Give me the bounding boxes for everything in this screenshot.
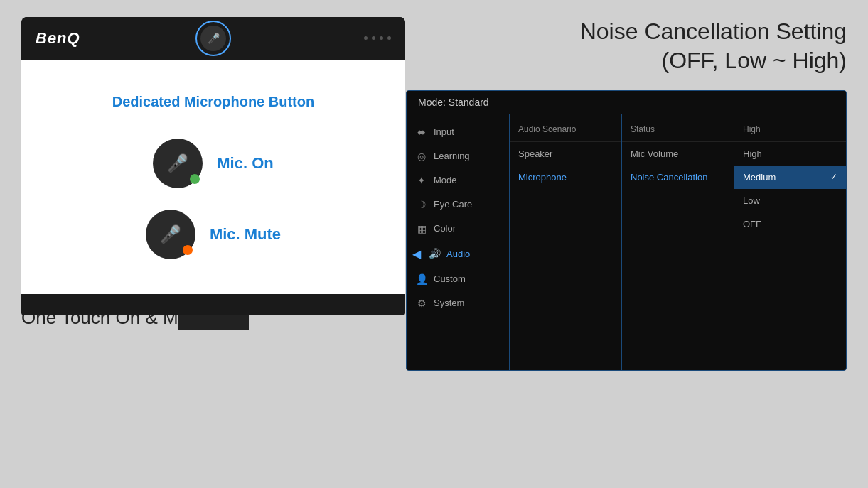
sidebar-item-eyecare-label: Eye Care: [434, 199, 472, 210]
monitor-bottom-bezel: [21, 294, 405, 315]
osd-col-options: High High Medium ✓ Low OFF: [734, 114, 846, 370]
right-caption-line1: Noise Cancellation Setting: [580, 18, 847, 44]
mic-mute-row: 🎤 Mic. Mute: [146, 210, 281, 259]
mic-mute-icon: 🎤: [160, 224, 181, 244]
dot2: [372, 36, 375, 40]
col2-item-noise-cancellation[interactable]: Noise Cancellation: [622, 166, 734, 189]
sidebar-item-mode[interactable]: ✦ Mode: [407, 168, 509, 193]
monitor-stand: [178, 315, 249, 330]
system-icon: ⚙: [415, 298, 428, 309]
col3-item-medium[interactable]: Medium ✓: [734, 166, 846, 189]
mic-on-indicator: [190, 174, 200, 184]
sidebar-item-eyecare[interactable]: ☽ Eye Care: [407, 193, 509, 217]
mic-on-button[interactable]: 🎤: [153, 139, 203, 188]
right-caption-line2: (OFF, Low ~ High): [661, 48, 847, 73]
sidebar-item-learning-label: Learning: [434, 151, 470, 161]
monitor-image: BenQ 🎤 Dedicated Microphone Button 🎤: [21, 17, 405, 294]
right-panel: Noise Cancellation Setting (OFF, Low ~ H…: [406, 17, 847, 472]
learning-icon: ◎: [415, 151, 428, 162]
mic-button-highlight: 🎤: [195, 21, 231, 56]
osd-header: Mode: Standard: [407, 91, 846, 114]
osd-body: ⬌ Input ◎ Learning ✦ Mode ☽ Eye Care ▦: [407, 114, 846, 370]
sidebar-item-color-label: Color: [434, 223, 456, 234]
sidebar-item-custom[interactable]: 👤 Custom: [407, 267, 509, 291]
mic-button-icon: 🎤: [208, 33, 220, 44]
mic-mute-indicator: [183, 245, 193, 255]
mic-on-row: 🎤 Mic. On: [153, 139, 273, 188]
col1-item-speaker[interactable]: Speaker: [510, 142, 621, 166]
col3-item-low[interactable]: Low: [734, 189, 846, 212]
sidebar-item-color[interactable]: ▦ Color: [407, 217, 509, 241]
sidebar-item-system-label: System: [434, 298, 464, 308]
checkmark-icon: ✓: [830, 172, 837, 182]
color-icon: ▦: [415, 223, 428, 234]
col3-header: High: [734, 120, 846, 142]
mic-on-icon: 🎤: [167, 153, 188, 173]
col2-item-mic-volume[interactable]: Mic Volume: [622, 142, 734, 166]
col3-item-high[interactable]: High: [734, 142, 846, 166]
benq-logo: BenQ: [36, 29, 80, 48]
sidebar-item-audio[interactable]: ◀ 🔊 Audio: [407, 241, 509, 267]
dot3: [380, 36, 383, 40]
col3-medium-label: Medium: [743, 172, 776, 183]
sidebar-item-input-label: Input: [434, 126, 454, 137]
sidebar-item-mode-label: Mode: [434, 175, 457, 185]
dot4: [387, 36, 391, 40]
audio-arrow-icon: ◀: [412, 247, 421, 261]
screen-title: Dedicated Microphone Button: [112, 94, 314, 110]
dot1: [364, 36, 368, 40]
mode-icon: ✦: [415, 175, 428, 186]
right-caption: Noise Cancellation Setting (OFF, Low ~ H…: [580, 17, 847, 76]
osd-sidebar: ⬌ Input ◎ Learning ✦ Mode ☽ Eye Care ▦: [407, 114, 510, 370]
col3-item-off[interactable]: OFF: [734, 212, 846, 236]
sidebar-item-input[interactable]: ⬌ Input: [407, 120, 509, 144]
monitor-bezel-top: BenQ 🎤: [21, 17, 405, 60]
left-panel: BenQ 🎤 Dedicated Microphone Button 🎤: [21, 17, 406, 472]
col2-header: Status: [622, 120, 734, 142]
sidebar-item-audio-label: Audio: [446, 249, 470, 259]
osd-col-audio-scenario: Audio Scenario Speaker Microphone: [510, 114, 622, 370]
mic-mute-label: Mic. Mute: [210, 225, 281, 244]
sidebar-item-system[interactable]: ⚙ System: [407, 291, 509, 315]
mic-mute-button[interactable]: 🎤: [146, 210, 195, 259]
col1-item-microphone[interactable]: Microphone: [510, 166, 621, 189]
eyecare-icon: ☽: [415, 199, 428, 210]
input-icon: ⬌: [415, 126, 428, 138]
monitor-screen: Dedicated Microphone Button 🎤 Mic. On 🎤 …: [21, 60, 405, 294]
col1-header: Audio Scenario: [510, 120, 621, 142]
osd-col-status: Status Mic Volume Noise Cancellation: [622, 114, 734, 370]
sidebar-item-learning[interactable]: ◎ Learning: [407, 144, 509, 168]
custom-icon: 👤: [415, 273, 428, 285]
mic-button-inner: 🎤: [200, 26, 226, 51]
sidebar-item-custom-label: Custom: [434, 273, 466, 284]
bezel-dots: [364, 36, 391, 40]
audio-icon: 🔊: [428, 248, 441, 259]
mic-on-label: Mic. On: [217, 154, 273, 173]
osd-menu: Mode: Standard ⬌ Input ◎ Learning ✦ Mode…: [406, 90, 847, 371]
